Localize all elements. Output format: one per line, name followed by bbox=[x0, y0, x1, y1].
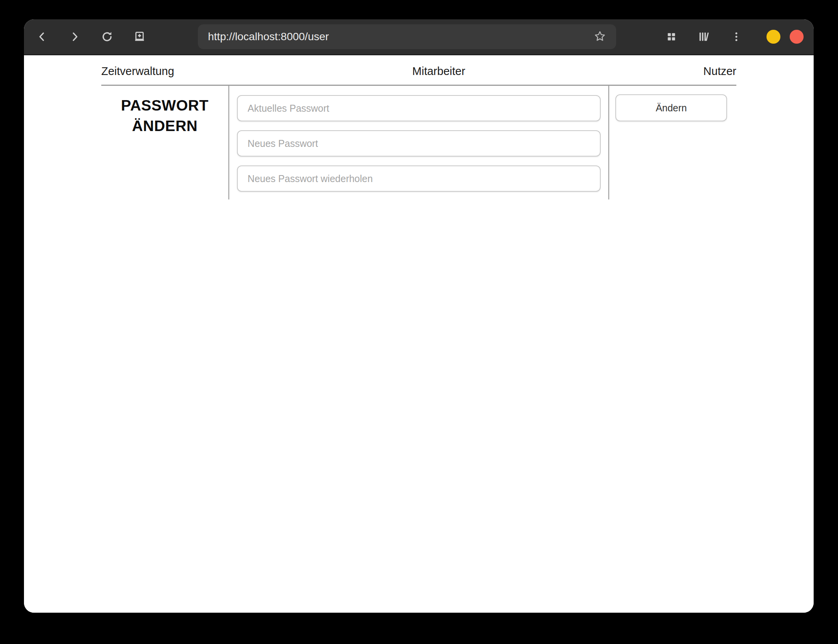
bookmark-star-icon bbox=[593, 30, 606, 44]
back-button[interactable] bbox=[32, 26, 53, 47]
minimize-window-button[interactable] bbox=[766, 30, 780, 44]
page-content: Zeitverwaltung Mitarbeiter Nutzer PASSWO… bbox=[24, 55, 814, 613]
library-icon bbox=[698, 31, 710, 43]
back-icon bbox=[36, 31, 48, 43]
new-tab-button[interactable] bbox=[129, 26, 150, 47]
action-column: Ändern bbox=[609, 86, 736, 199]
browser-window: Zeitverwaltung Mitarbeiter Nutzer PASSWO… bbox=[24, 19, 814, 613]
change-password-button[interactable]: Ändern bbox=[615, 94, 727, 121]
nav-link-mitarbeiter[interactable]: Mitarbeiter bbox=[412, 65, 465, 78]
section-heading: PASSWORT ÄNDERN bbox=[101, 86, 228, 199]
content-container: Zeitverwaltung Mitarbeiter Nutzer PASSWO… bbox=[101, 55, 736, 199]
new-password-field[interactable] bbox=[237, 130, 601, 157]
password-form bbox=[228, 86, 610, 199]
browser-toolbar bbox=[24, 19, 814, 55]
reload-icon bbox=[101, 31, 113, 43]
current-password-field[interactable] bbox=[237, 95, 601, 121]
tab-overview-button[interactable] bbox=[661, 26, 682, 47]
tab-grid-icon bbox=[666, 31, 677, 43]
password-section: PASSWORT ÄNDERN Ändern bbox=[101, 86, 736, 199]
main-nav: Zeitverwaltung Mitarbeiter Nutzer bbox=[101, 55, 736, 86]
bookmark-button[interactable] bbox=[591, 28, 608, 45]
reload-button[interactable] bbox=[97, 26, 118, 47]
forward-button[interactable] bbox=[64, 26, 85, 47]
nav-link-zeitverwaltung[interactable]: Zeitverwaltung bbox=[101, 65, 174, 78]
url-bar[interactable] bbox=[198, 24, 616, 49]
repeat-password-field[interactable] bbox=[237, 165, 601, 192]
url-input[interactable] bbox=[208, 31, 591, 43]
nav-link-nutzer[interactable]: Nutzer bbox=[703, 65, 736, 78]
forward-icon bbox=[69, 31, 80, 43]
new-tab-icon bbox=[133, 31, 146, 43]
close-window-button[interactable] bbox=[790, 30, 804, 44]
menu-kebab-icon bbox=[731, 31, 742, 43]
library-button[interactable] bbox=[693, 26, 714, 47]
main-menu-button[interactable] bbox=[726, 26, 747, 47]
